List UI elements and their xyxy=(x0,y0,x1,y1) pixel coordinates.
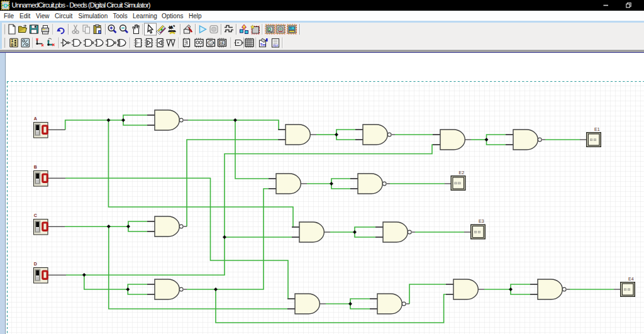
svg-text:B: B xyxy=(34,165,37,169)
svg-text:D: D xyxy=(34,262,37,266)
svg-text:C: C xyxy=(34,213,37,218)
svg-text:E2: E2 xyxy=(459,170,465,175)
svg-text:E3: E3 xyxy=(479,219,484,223)
svg-text:E1: E1 xyxy=(594,127,600,131)
svg-text:E4: E4 xyxy=(628,277,634,281)
svg-text:A: A xyxy=(34,116,37,121)
